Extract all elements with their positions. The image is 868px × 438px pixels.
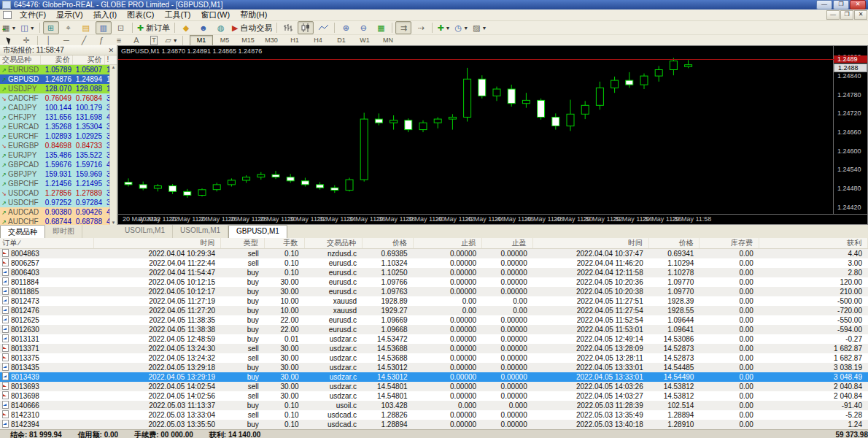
zoom-out-button[interactable]: ⊖	[355, 21, 371, 34]
market-watch-row-eurgbp[interactable]: ↘EURGBP0.846980.8473335	[0, 141, 117, 150]
close-button[interactable]: ✕	[850, 0, 866, 9]
new-chart-button[interactable]: ▦+▼	[1, 21, 18, 34]
new-order-button[interactable]: ✚新订单	[136, 21, 171, 34]
indicators-button[interactable]: ✚▼	[435, 21, 452, 34]
menu-图表C[interactable]: 图表(C)	[122, 9, 159, 20]
orders-col-1[interactable]: 时间	[94, 238, 221, 248]
order-row-8013371[interactable]: 80133712022.04.05 13:24:30sell30.00usdza…	[0, 344, 868, 353]
community-button[interactable]: ◍	[213, 21, 229, 34]
market-watch-row-gbpjpy[interactable]: ↗GBPJPY159.931159.96938	[0, 169, 117, 179]
market-watch-close-icon[interactable]: ✕	[108, 47, 114, 54]
chart-tab-2[interactable]: GBPUSD,M1	[228, 225, 287, 238]
navigator-button[interactable]: ▤	[78, 21, 94, 34]
menu-帮助H[interactable]: 帮助(H)	[235, 9, 272, 20]
order-row-8011884[interactable]: 80118842022.04.05 10:12:15buy30.00eurusd…	[0, 277, 868, 287]
time-axis[interactable]: 20 May 202220 May 11:2220 May 11:2420 Ma…	[118, 214, 867, 224]
order-row-8012473[interactable]: 80124732022.04.05 11:27:19buy10.00xauusd…	[0, 296, 868, 306]
order-row-8006257[interactable]: 80062572022.04.04 11:22:44sell0.10eurusd…	[0, 258, 868, 268]
market-watch-row-cadchf[interactable]: ↘CADCHF0.760490.7608435	[0, 93, 117, 103]
order-row-8013439[interactable]: 80134392022.04.05 13:29:19buy30.00usdzar…	[0, 372, 868, 382]
order-row-8013698[interactable]: 80136982022.04.05 14:02:56sell30.00usdza…	[0, 391, 868, 401]
order-row-8142394[interactable]: 81423942022.05.03 13:35:50buy0.10usdcad.…	[0, 420, 868, 429]
periods-button[interactable]: ◷▼	[454, 21, 470, 34]
market-watch-toggle[interactable]: ⊞	[43, 21, 59, 34]
menu-工具T[interactable]: 工具(T)	[159, 9, 195, 20]
market-watch-scrollbar[interactable]: ▲▼	[109, 65, 117, 225]
chart-tab-0[interactable]: USOILm,M1	[117, 225, 173, 238]
market-watch-row-usdjpy[interactable]: ↗USDJPY128.070128.08818	[0, 84, 117, 93]
order-row-8142310[interactable]: 81423102022.05.03 13:33:04sell0.10usdcad…	[0, 410, 868, 420]
market-watch-row-usdcad[interactable]: ↘USDCAD1.278561.2788933	[0, 188, 117, 198]
order-row-8006403[interactable]: 80064032022.04.04 11:54:47buy0.10eurusd.…	[0, 268, 868, 277]
experts-button[interactable]: ☻	[195, 21, 212, 34]
col-bid[interactable]: 卖价	[41, 55, 73, 64]
market-watch-row-eurcad[interactable]: ↗EURCAD1.352681.3530436	[0, 122, 117, 131]
col-ask[interactable]: 买价	[73, 55, 105, 64]
menu-显示V[interactable]: 显示(V)	[51, 9, 88, 20]
chart-tab-1[interactable]: USOILm,M1	[173, 225, 228, 238]
terminal-toggle[interactable]: ▥	[96, 21, 112, 34]
col-spread[interactable]: !	[105, 55, 117, 64]
restore-button[interactable]: ❐	[833, 0, 849, 9]
market-watch-row-usdchf[interactable]: ↗USDCHF0.972520.9728432	[0, 198, 117, 207]
order-row-8012630[interactable]: 80126302022.04.05 11:38:38buy22.00eurusd…	[0, 325, 868, 334]
order-cell: sell	[221, 410, 265, 420]
zoom-in-button[interactable]: ⊕	[338, 21, 354, 34]
orders-col-6[interactable]: 止损	[414, 238, 482, 248]
menu-窗口W[interactable]: 窗口(W)	[195, 9, 235, 20]
market-watch-row-eurusd[interactable]: ↗EURUSD1.057891.0580718	[0, 65, 117, 74]
market-watch-row-cadjpy[interactable]: ↗CADJPY100.144100.17935	[0, 103, 117, 112]
market-watch-row-gbpchf[interactable]: ↗GBPCHF1.214561.2149539	[0, 179, 117, 188]
menu-插入I[interactable]: 插入(I)	[88, 9, 122, 20]
orders-col-11[interactable]: 获利	[759, 238, 868, 248]
orders-col-5[interactable]: 价格	[363, 238, 414, 248]
orders-col-7[interactable]: 止盈	[482, 238, 533, 248]
child-close-button[interactable]: ✕	[854, 10, 867, 20]
market-watch-tab-symbols[interactable]: 交易品种	[0, 225, 45, 238]
orders-col-9[interactable]: 价格	[649, 238, 700, 248]
scroll-up-icon[interactable]: ▲	[112, 65, 116, 69]
orders-col-0[interactable]: 订单 ∕	[0, 238, 94, 248]
minimize-button[interactable]: —	[816, 0, 832, 9]
autotrading-button[interactable]: ▶自动交易	[230, 21, 274, 34]
order-row-8011885[interactable]: 80118852022.04.05 10:12:17buy30.00eurusd…	[0, 287, 868, 296]
market-watch-row-eurjpy[interactable]: ↗EURJPY135.486135.52236	[0, 150, 117, 160]
candlestick-button[interactable]	[298, 21, 314, 34]
metaeditor-button[interactable]: ◆	[178, 21, 194, 34]
data-window-button[interactable]: ⌖	[61, 21, 77, 34]
chart-shift-toggle[interactable]: ⇢	[413, 21, 429, 34]
price-axis[interactable]: 1.249001.248401.247801.247201.246601.246…	[833, 46, 867, 215]
market-watch-row-eurchf[interactable]: ↗EURCHF1.028931.0292532	[0, 131, 117, 141]
auto-scroll-toggle[interactable]: ⇉	[395, 21, 411, 34]
profiles-button[interactable]: ◫▼	[19, 21, 36, 34]
line-chart-button[interactable]	[315, 21, 331, 34]
market-watch-tab-tick-chart[interactable]: 即时图	[45, 225, 82, 238]
orders-col-10[interactable]: 库存费	[700, 238, 759, 248]
market-watch-row-gbpusd[interactable]: ↗GBPUSD1.248761.2489418	[0, 74, 117, 84]
orders-col-8[interactable]: 时间	[533, 238, 649, 248]
order-row-8013435[interactable]: 80134352022.04.05 13:29:18buy30.00usdzar…	[0, 363, 868, 372]
order-row-8013131[interactable]: 80131312022.04.05 12:48:59buy0.01usdzar.…	[0, 334, 868, 344]
chart-plot[interactable]: GBPUSD,M1 1.24870 1.24891 1.24865 1.2487…	[118, 46, 834, 215]
orders-col-2[interactable]: 类型	[221, 238, 265, 248]
market-watch-row-gbpcad[interactable]: ↗GBPCAD1.596761.5971640	[0, 160, 117, 169]
tile-windows-button[interactable]: ▦	[373, 21, 389, 34]
market-watch-row-chfjpy[interactable]: ↗CHFJPY131.656131.69842	[0, 112, 117, 122]
strategy-tester-button[interactable]: ⊡	[113, 21, 129, 34]
orders-col-3[interactable]: 手数	[265, 238, 305, 248]
order-row-8012625[interactable]: 80126252022.04.05 11:38:35buy22.00eurusd…	[0, 315, 868, 325]
child-minimize-button[interactable]: —	[826, 10, 840, 20]
templates-button[interactable]: ▨▼	[471, 21, 488, 34]
order-row-8013375[interactable]: 80133752022.04.05 13:24:32sell30.00usdza…	[0, 353, 868, 363]
child-restore-button[interactable]: ❐	[840, 10, 853, 20]
bar-chart-button[interactable]	[280, 21, 296, 34]
order-row-8013693[interactable]: 80136932022.04.05 14:02:54sell30.00usdza…	[0, 382, 868, 391]
order-row-8004863[interactable]: 80048632022.04.04 10:29:34sell0.10nzdusd…	[0, 249, 868, 258]
market-watch-row-audchf[interactable]: ↗AUDCHF0.687440.6878844	[0, 217, 117, 225]
menu-文件F[interactable]: 文件(F)	[15, 9, 51, 20]
order-row-8140666[interactable]: 81406662022.05.03 11:13:37buy0.10usoil.c…	[0, 401, 868, 410]
orders-col-4[interactable]: 交易品种	[305, 238, 363, 248]
market-watch-row-audcad[interactable]: ↗AUDCAD0.903800.9042646	[0, 207, 117, 217]
col-symbol[interactable]: 交易品种	[0, 55, 41, 64]
order-row-8012476[interactable]: 80124762022.04.05 11:27:20buy10.00xauusd…	[0, 306, 868, 315]
